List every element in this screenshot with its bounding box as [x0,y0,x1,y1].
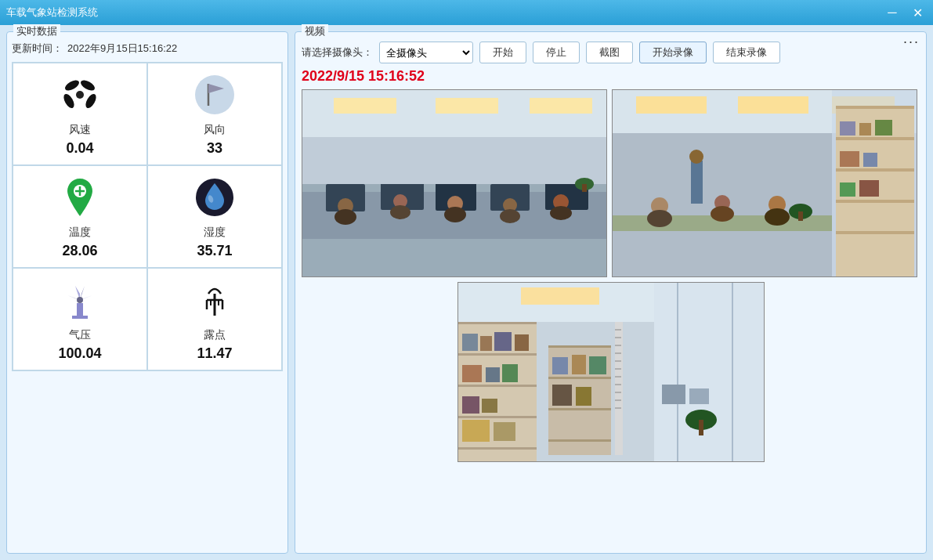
minimize-button[interactable]: ─ [883,3,902,22]
section-title-video: 视频 [302,24,328,38]
svg-rect-110 [494,422,515,441]
svg-point-85 [689,150,703,164]
svg-rect-65 [836,137,914,140]
sensor-temperature: 温度 28.06 [13,165,147,268]
humidity-icon [191,174,238,221]
svg-rect-15 [77,303,83,317]
left-panel: 实时数据 更新时间： 2022年9月15日15:16:22 [6,31,288,554]
svg-rect-103 [515,334,529,351]
temperature-label: 温度 [69,226,91,240]
svg-rect-90 [521,287,599,305]
svg-rect-59 [636,96,707,114]
svg-rect-134 [589,356,606,374]
more-options-dots[interactable]: ··· [903,34,920,50]
window-controls: ─ ✕ [883,3,927,22]
svg-rect-104 [462,365,482,382]
camera-feed-bottom [457,282,765,462]
start-button[interactable]: 开始 [479,42,526,63]
sensor-grid: 风速 0.04 风向 33 [12,62,283,371]
svg-rect-73 [863,153,877,167]
svg-rect-126 [689,388,709,404]
svg-rect-109 [462,420,490,442]
app-title: 车载气象站检测系统 [6,5,98,20]
windmill-icon [56,276,103,323]
svg-rect-67 [836,200,914,203]
svg-point-3 [62,92,77,110]
sensor-windspeed: 风速 0.04 [13,63,147,165]
windspeed-label: 风速 [69,123,91,137]
dewpoint-label: 露点 [204,328,226,342]
svg-rect-54 [302,137,607,184]
svg-point-81 [711,206,734,222]
video-controls-row: 请选择摄像头： 全摄像头 摄像头1 摄像头2 摄像头3 开始 停止 截图 开始录… [302,42,920,63]
svg-point-47 [500,209,520,223]
svg-point-83 [765,208,790,226]
fan-icon [56,71,103,118]
svg-point-79 [647,210,672,227]
svg-point-49 [550,206,572,220]
video-grid-bottom [302,282,920,462]
update-time-row: 更新时间： 2022年9月15日15:16:22 [12,42,283,56]
video-grid-top [302,89,920,277]
main-content: 实时数据 更新时间： 2022年9月15日15:16:22 [0,25,933,560]
section-title-realtime: 实时数据 [13,24,60,38]
svg-rect-130 [548,408,611,410]
svg-rect-128 [548,345,611,348]
svg-rect-106 [502,364,518,382]
svg-rect-99 [458,447,537,450]
svg-rect-72 [840,151,859,167]
start-record-button[interactable]: 开始录像 [639,42,707,63]
dewpoint-icon [191,276,238,323]
svg-rect-84 [691,161,703,204]
svg-point-43 [390,205,410,219]
svg-rect-105 [486,367,500,382]
svg-point-4 [84,92,99,110]
svg-rect-70 [859,123,871,135]
svg-point-2 [79,78,96,93]
capture-button[interactable]: 截图 [586,42,633,63]
svg-rect-133 [572,355,586,374]
svg-rect-60 [738,96,808,114]
sensor-humidity: 湿度 35.71 [147,165,282,268]
svg-point-21 [77,297,83,303]
svg-rect-97 [458,385,537,387]
thermometer-icon [56,174,103,221]
stop-button[interactable]: 停止 [533,42,580,63]
winddirection-value: 33 [207,140,222,157]
close-button[interactable]: ✕ [908,3,927,22]
svg-rect-95 [458,322,537,324]
flag-icon [191,71,238,118]
humidity-value: 35.71 [197,243,232,259]
svg-point-5 [195,75,234,114]
svg-point-45 [444,207,466,222]
temperature-value: 28.06 [62,243,97,259]
camera-select-label: 请选择摄像头： [302,45,373,60]
svg-rect-66 [836,168,914,172]
realtime-data-section: 实时数据 更新时间： 2022年9月15日15:16:22 [6,31,288,554]
update-time-label: 更新时间： [12,42,63,56]
title-bar: 车载气象站检测系统 ─ ✕ [0,0,933,25]
svg-rect-131 [548,439,611,442]
svg-rect-74 [840,182,855,197]
svg-rect-101 [480,336,492,351]
svg-rect-124 [699,420,703,435]
svg-rect-135 [552,385,572,406]
camera-feed-topright [612,89,917,277]
svg-rect-100 [462,334,478,351]
stop-record-button[interactable]: 结束录像 [713,42,780,63]
sensor-winddirection: 风向 33 [147,63,282,165]
camera-select[interactable]: 全摄像头 摄像头1 摄像头2 摄像头3 [379,42,473,63]
svg-rect-136 [576,387,591,406]
svg-rect-69 [840,121,855,135]
svg-point-1 [63,78,81,93]
svg-rect-111 [615,322,623,455]
svg-rect-98 [458,416,537,418]
windspeed-value: 0.04 [66,140,93,157]
winddirection-label: 风向 [204,123,226,137]
svg-rect-102 [494,332,512,351]
svg-rect-75 [859,180,879,197]
svg-point-0 [76,91,84,99]
dewpoint-value: 11.47 [197,345,232,362]
svg-rect-68 [836,231,914,234]
sensor-pressure: 气压 100.04 [13,268,147,370]
